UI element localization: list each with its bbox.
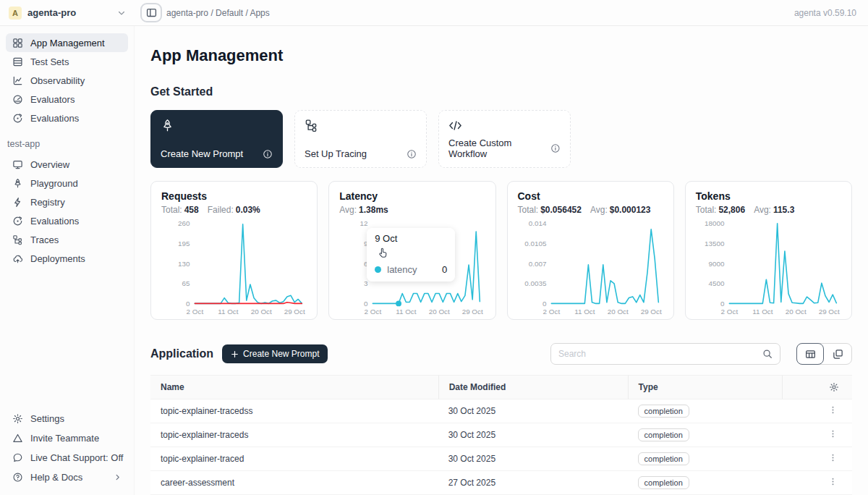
svg-text:18000: 18000 xyxy=(705,219,725,227)
table-row[interactable]: topic-explainer-traceds 30 Oct 2025 comp… xyxy=(150,423,852,447)
requests-line-chart[interactable]: 0651301952602 Oct11 Oct20 Oct29 Oct xyxy=(161,218,307,318)
chevron-down-icon xyxy=(117,9,126,17)
trace-icon xyxy=(305,119,318,132)
sidebar-item-label: Settings xyxy=(30,413,64,424)
card-view-button[interactable] xyxy=(824,343,851,365)
sidebar-item-label: App Management xyxy=(30,38,105,48)
row-date-modified: 27 Oct 2025 xyxy=(438,478,628,488)
svg-text:20 Oct: 20 Oct xyxy=(251,308,272,316)
type-badge: completion xyxy=(638,452,689,465)
svg-text:4500: 4500 xyxy=(708,279,724,287)
tokens-chart-card: Tokens Total:52,806 Avg:115.3 0450090001… xyxy=(685,181,852,320)
sidebar-item-evaluations-app[interactable]: Evaluations xyxy=(6,211,128,230)
applications-table: Name Date Modified Type topic-explainer-… xyxy=(150,375,852,495)
type-badge: completion xyxy=(638,476,689,489)
tokens-line-chart[interactable]: 04500900013500180002 Oct11 Oct20 Oct29 O… xyxy=(696,218,841,318)
svg-text:29 Oct: 29 Oct xyxy=(818,308,839,316)
column-header-name[interactable]: Name xyxy=(150,376,438,399)
create-new-prompt-button[interactable]: Create New Prompt xyxy=(222,344,328,363)
sidebar-item-app-management[interactable]: App Management xyxy=(6,33,128,52)
sidebar-item-settings[interactable]: Settings xyxy=(6,409,128,428)
sidebar-item-label: Registry xyxy=(30,197,65,208)
table-row[interactable]: career-assessment 27 Oct 2025 completion xyxy=(150,471,852,495)
search-icon xyxy=(762,349,773,359)
table-row[interactable]: topic-explainer-traced 30 Oct 2025 compl… xyxy=(150,447,852,471)
sidebar: App Management Test Sets Observability E… xyxy=(0,26,135,495)
workspace-name: agenta-pro xyxy=(27,7,76,18)
ellipsis-vertical-icon[interactable] xyxy=(828,477,838,486)
plus-icon xyxy=(231,350,239,358)
row-menu-cell xyxy=(782,405,852,417)
sidebar-item-registry[interactable]: Registry xyxy=(6,192,128,211)
svg-text:11 Oct: 11 Oct xyxy=(574,308,595,316)
svg-text:65: 65 xyxy=(182,279,190,287)
row-menu-cell xyxy=(782,477,852,488)
svg-text:2 Oct: 2 Oct xyxy=(187,308,204,316)
table-view-button[interactable] xyxy=(796,343,824,365)
sidebar-item-help-docs[interactable]: Help & Docs xyxy=(6,468,128,486)
latency-chart-card: Latency Avg:1.38ms 0369122 Oct11 Oct20 O… xyxy=(328,181,495,320)
workspace-selector[interactable]: A agenta-pro xyxy=(0,7,135,20)
tooltip-series-label: latency xyxy=(387,264,417,275)
grid-icon xyxy=(12,38,23,48)
chart-stats: Avg:1.38ms xyxy=(339,205,485,215)
card-label: Set Up Tracing xyxy=(305,148,367,159)
sidebar-item-evaluators[interactable]: Evaluators xyxy=(6,90,128,109)
set-up-tracing-card[interactable]: Set Up Tracing xyxy=(294,110,427,168)
row-name: topic-explainer-tracedss xyxy=(150,406,438,416)
ellipsis-vertical-icon[interactable] xyxy=(828,405,838,415)
legend-dot-icon xyxy=(375,266,381,273)
sidebar-item-observability[interactable]: Observability xyxy=(6,71,128,90)
main-content: App Management Get Started Create New Pr… xyxy=(135,26,868,495)
ellipsis-vertical-icon[interactable] xyxy=(828,429,838,439)
svg-text:0: 0 xyxy=(364,300,368,308)
column-header-date-modified[interactable]: Date Modified xyxy=(438,376,628,399)
row-name: topic-explainer-traceds xyxy=(150,430,438,440)
trace-icon xyxy=(12,234,23,245)
sidebar-item-evaluations[interactable]: Evaluations xyxy=(6,109,128,127)
stats-charts-row: Requests Total:458 Failed:0.03% 06513019… xyxy=(150,181,852,320)
sidebar-collapse-button[interactable] xyxy=(140,3,162,22)
svg-text:29 Oct: 29 Oct xyxy=(284,308,305,316)
cost-line-chart[interactable]: 00.00350.0070.01050.0142 Oct11 Oct20 Oct… xyxy=(518,218,663,318)
type-badge: completion xyxy=(638,405,689,418)
svg-text:12: 12 xyxy=(360,219,368,227)
sidebar-item-playground[interactable]: Playground xyxy=(6,174,128,192)
svg-text:0.007: 0.007 xyxy=(528,260,546,268)
svg-text:11 Oct: 11 Oct xyxy=(218,308,239,316)
sidebar-item-live-chat[interactable]: Live Chat Support: Off xyxy=(6,448,128,467)
monitor-icon xyxy=(12,159,23,170)
search-input[interactable] xyxy=(558,349,758,359)
svg-text:29 Oct: 29 Oct xyxy=(462,308,483,316)
sidebar-item-label: Invite Teammate xyxy=(30,433,99,444)
info-icon[interactable] xyxy=(263,149,273,159)
panel-left-icon xyxy=(146,7,157,18)
chart-title: Latency xyxy=(339,190,485,202)
search-button[interactable] xyxy=(758,344,777,363)
ellipsis-vertical-icon[interactable] xyxy=(828,453,838,462)
svg-text:3: 3 xyxy=(364,279,368,287)
info-icon[interactable] xyxy=(550,143,561,153)
application-heading: Application xyxy=(150,347,213,360)
tooltip-value: 0 xyxy=(442,264,447,275)
svg-text:2 Oct: 2 Oct xyxy=(365,308,382,316)
sidebar-item-deployments[interactable]: Deployments xyxy=(6,249,128,268)
sidebar-item-traces[interactable]: Traces xyxy=(6,230,128,249)
info-icon[interactable] xyxy=(407,149,417,159)
create-new-prompt-card[interactable]: Create New Prompt xyxy=(150,110,283,168)
svg-text:0.0105: 0.0105 xyxy=(524,240,547,248)
create-custom-workflow-card[interactable]: Create Custom Workflow xyxy=(438,110,571,168)
sidebar-item-test-sets[interactable]: Test Sets xyxy=(6,52,128,71)
tooltip-row: latency 0 xyxy=(375,264,447,275)
column-header-type[interactable]: Type xyxy=(628,376,782,399)
sidebar-item-overview[interactable]: Overview xyxy=(6,155,128,174)
sidebar-item-label: Live Chat Support: Off xyxy=(30,452,123,463)
sidebar-section-label: test-app xyxy=(7,139,127,149)
requests-chart-card: Requests Total:458 Failed:0.03% 06513019… xyxy=(150,181,318,320)
table-row[interactable]: topic-explainer-tracedss 30 Oct 2025 com… xyxy=(150,399,852,423)
sidebar-item-invite-teammate[interactable]: Invite Teammate xyxy=(6,428,128,447)
evaluations-icon xyxy=(12,216,23,227)
sidebar-item-label: Help & Docs xyxy=(30,472,82,483)
view-toggle xyxy=(796,343,852,365)
gear-icon[interactable] xyxy=(829,382,839,392)
